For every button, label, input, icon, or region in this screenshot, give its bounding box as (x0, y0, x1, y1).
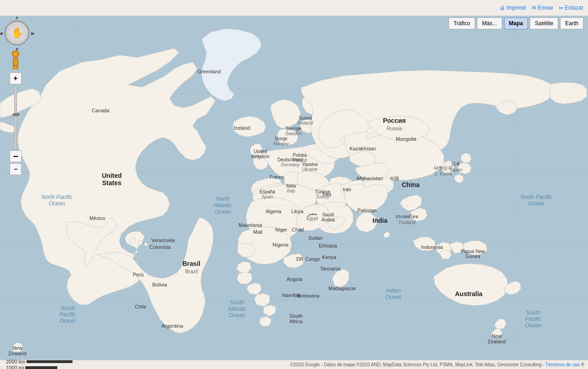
bottom-bar: 2000 km 1000 mi ©2010 Google - Datos de … (0, 360, 588, 369)
svg-point-9 (138, 241, 142, 245)
zoom-slider-handle[interactable] (13, 113, 19, 116)
terms-link[interactable]: Términos de uso (545, 362, 579, 367)
pan-left-button[interactable]: ◀ (0, 28, 6, 38)
zoom-slider[interactable] (14, 85, 17, 149)
traffic-button[interactable]: Tráfico (449, 17, 475, 29)
zoom-min-button[interactable]: − (10, 163, 22, 175)
zoom-out-button[interactable]: − (10, 150, 22, 162)
scale-km: 2000 km (6, 359, 72, 364)
copyright-text: ©2010 Google - Datos de mapa ©2010 AND, … (290, 362, 584, 367)
map-area[interactable]: UnitedStates Canada México Greenland Ice… (0, 16, 588, 360)
scale-container: 2000 km 1000 mi (4, 359, 72, 369)
satellite-button[interactable]: Satélite (530, 17, 558, 29)
controls-bar: Tráfico Más... Mapa Satélite Earth (449, 16, 588, 31)
print-icon: 🖨 (499, 5, 505, 11)
link-icon: ⇔ (559, 5, 563, 11)
world-map-svg (0, 16, 588, 360)
pan-right-button[interactable]: ▶ (28, 28, 38, 38)
send-link[interactable]: ✉ Enviar (532, 5, 553, 11)
zoom-in-button[interactable]: + (10, 72, 22, 84)
pegman-head (12, 50, 19, 58)
send-icon: ✉ (532, 5, 536, 11)
pan-up-button[interactable]: ▲ (12, 16, 22, 22)
more-button[interactable]: Más... (477, 17, 502, 29)
earth-button[interactable]: Earth (560, 17, 583, 29)
svg-point-8 (130, 238, 136, 243)
pegman-legs (13, 66, 18, 70)
top-bar: 🖨 Imprimir ✉ Enviar ⇔ Enlazar (0, 0, 588, 16)
pegman[interactable] (9, 50, 22, 70)
zoom-controls: + − − (9, 50, 22, 175)
print-link[interactable]: 🖨 Imprimir (499, 5, 526, 11)
pegman-body (13, 58, 18, 66)
svg-point-10 (144, 242, 148, 246)
scale-bar: 2000 km 1000 mi (6, 359, 72, 369)
map-button[interactable]: Mapa (504, 17, 528, 29)
compass-control[interactable] (5, 21, 29, 45)
link-link[interactable]: ⇔ Enlazar (559, 5, 583, 11)
navigation-controls: ▲ ▼ ◀ ▶ (5, 21, 29, 45)
scale-mi: 1000 mi (6, 365, 72, 369)
